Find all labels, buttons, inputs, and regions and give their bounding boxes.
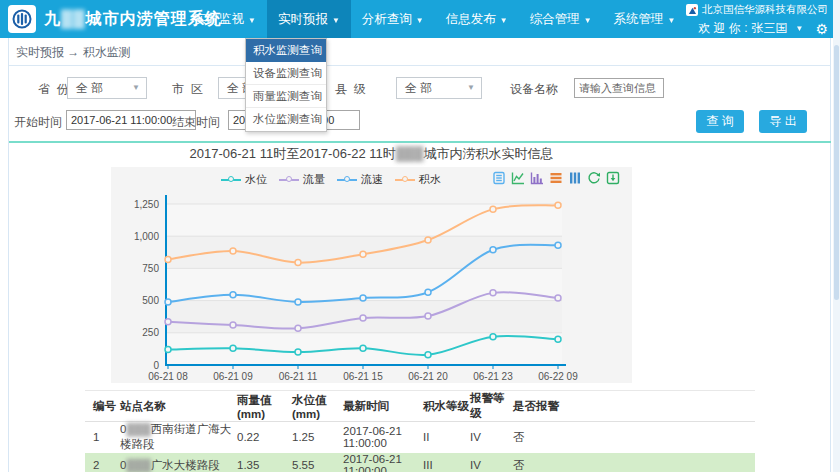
redacted-text: ███ [126, 423, 150, 435]
user-name[interactable]: 张三国 [752, 20, 788, 37]
top-nav-bar: 九██城市内涝管理系统 实时监视▼实时预报▼分析查询▼信息发布▼综合管理▼系统管… [0, 0, 840, 38]
chevron-down-icon: ▼ [132, 78, 140, 98]
table-header-row: 编号站点名称雨量值(mm)水位值(mm)最新时间积水等级报警等级是否报警 [85, 391, 755, 422]
nav-item-实时监视[interactable]: 实时监视▼ [183, 0, 267, 38]
legend-item-流量[interactable]: 流量 [279, 172, 325, 187]
bar-chart-icon[interactable] [530, 171, 544, 189]
column-header: 是否报警 [513, 391, 755, 422]
nav-item-实时预报[interactable]: 实时预报▼ [267, 0, 351, 38]
svg-text:1,250: 1,250 [134, 199, 159, 210]
svg-text:500: 500 [142, 295, 159, 306]
cell-alarm-level: IV [470, 422, 513, 453]
company-name: 北京国信华源科技有限公司 [686, 3, 828, 17]
app-logo-icon [8, 5, 36, 33]
cell-is-alarm: 否 [513, 453, 755, 472]
cell-water-value: 5.55 [292, 453, 343, 472]
stations-table: 编号站点名称雨量值(mm)水位值(mm)最新时间积水等级报警等级是否报警 10█… [85, 390, 755, 472]
menu-item-雨量监测查询[interactable]: 雨量监测查询 [246, 85, 326, 108]
company-logo-icon [686, 4, 698, 16]
svg-text:06-21 11: 06-21 11 [279, 371, 318, 382]
column-header: 积水等级 [423, 391, 470, 422]
chart-toolbar [492, 171, 620, 189]
cell-station-name: 0███广水大楼路段 [120, 453, 237, 472]
svg-text:06-21 09: 06-21 09 [213, 371, 253, 382]
chart-title: 2017-06-21 11时至2017-06-22 11时███城市内涝积水实时… [111, 145, 632, 163]
breadcrumb: 实时预报 → 积水监测 [16, 44, 131, 61]
svg-text:06-21 08: 06-21 08 [148, 371, 188, 382]
breadcrumb-divider [9, 65, 831, 66]
legend-marker [221, 179, 241, 181]
chevron-down-icon[interactable]: ▼ [796, 24, 804, 33]
chart-legend: 水位流量流速积水 [111, 172, 551, 187]
section-divider [9, 141, 831, 143]
cell-latest-time: 2017-06-21 11:00:00 [343, 453, 423, 472]
menu-item-水位监测查询[interactable]: 水位监测查询 [246, 108, 326, 131]
legend-marker [279, 179, 299, 181]
column-header: 最新时间 [343, 391, 423, 422]
column-header: 站点名称 [120, 391, 237, 422]
svg-text:06-22 09: 06-22 09 [538, 371, 578, 382]
svg-text:250: 250 [142, 327, 159, 338]
welcome-user: 欢 迎 你 : 张三国 ▼ ⚙ [686, 20, 828, 37]
legend-item-流速[interactable]: 流速 [337, 172, 383, 187]
menu-item-设备监测查询[interactable]: 设备监测查询 [246, 62, 326, 85]
svg-text:1,000: 1,000 [134, 231, 159, 242]
legend-item-水位[interactable]: 水位 [221, 172, 267, 187]
start-time-label: 开始时间 [14, 114, 62, 131]
province-label: 省 份 [38, 81, 69, 98]
column-header: 水位值(mm) [292, 391, 343, 422]
cell-water-value: 1.25 [292, 422, 343, 453]
data-view-icon[interactable] [492, 171, 506, 189]
chevron-down-icon: ▼ [332, 16, 340, 25]
column-header: 编号 [85, 391, 120, 422]
svg-text:06-21 20: 06-21 20 [408, 371, 448, 382]
column-header: 报警等级 [470, 391, 513, 422]
redacted-text: ███ [126, 459, 150, 471]
header-right: 北京国信华源科技有限公司 欢 迎 你 : 张三国 ▼ ⚙ [686, 0, 828, 37]
column-header: 雨量值(mm) [237, 391, 292, 422]
nav-item-系统管理[interactable]: 系统管理▼ [603, 0, 687, 38]
scrollbar-thumb[interactable] [834, 45, 839, 300]
table-row: 10███西南街道广海大楼路段0.221.252017-06-21 11:00:… [85, 422, 755, 453]
cell-latest-time: 2017-06-21 11:00:00 [343, 422, 423, 453]
cell-station-name: 0███西南街道广海大楼路段 [120, 422, 237, 453]
svg-text:06-21 23: 06-21 23 [473, 371, 513, 382]
province-select[interactable]: 全 部▼ [67, 77, 147, 99]
legend-item-积水[interactable]: 积水 [395, 172, 441, 187]
cell-rain-value: 1.35 [237, 453, 292, 472]
chevron-down-icon: ▼ [668, 16, 676, 25]
nav-item-分析查询[interactable]: 分析查询▼ [351, 0, 435, 38]
device-name-label: 设备名称 [510, 81, 558, 98]
cell-rain-value: 0.22 [237, 422, 292, 453]
svg-text:0: 0 [153, 360, 159, 371]
stack-icon[interactable] [549, 171, 563, 189]
cell-id: 1 [85, 422, 120, 453]
save-image-icon[interactable] [606, 171, 620, 189]
nav-item-信息发布[interactable]: 信息发布▼ [435, 0, 519, 38]
cell-alarm-level: IV [470, 453, 513, 472]
county-label: 县 级 [335, 81, 366, 98]
scrollbar-track[interactable] [833, 0, 840, 472]
settings-gear-icon[interactable]: ⚙ [815, 21, 828, 37]
cell-flood-level: III [423, 453, 470, 472]
chevron-down-icon: ▼ [500, 16, 508, 25]
query-button[interactable]: 查 询 [696, 110, 744, 133]
redacted-city-name: ██ [61, 10, 86, 27]
table-row: 20███广水大楼路段1.355.552017-06-21 11:00:00II… [85, 453, 755, 472]
menu-item-积水监测查询[interactable]: 积水监测查询 [246, 39, 326, 62]
forecast-dropdown-menu: 积水监测查询设备监测查询雨量监测查询水位监测查询 [245, 38, 327, 132]
chevron-down-icon: ▼ [584, 16, 592, 25]
export-button[interactable]: 导 出 [759, 110, 807, 133]
chart: 水位流量流速积水 02505007501,0001,25006-21 0806-… [111, 167, 632, 383]
device-name-input[interactable] [574, 78, 664, 98]
tiled-icon[interactable] [568, 171, 582, 189]
content-border-right [830, 38, 831, 472]
svg-text:750: 750 [142, 263, 159, 274]
main-nav: 实时监视▼实时预报▼分析查询▼信息发布▼综合管理▼系统管理▼ [183, 0, 687, 38]
restore-icon[interactable] [587, 171, 601, 189]
redacted-city-name: ███ [396, 146, 424, 161]
nav-item-综合管理[interactable]: 综合管理▼ [519, 0, 603, 38]
county-select[interactable]: 全 部▼ [396, 77, 482, 99]
line-chart-icon[interactable] [511, 171, 525, 189]
cell-is-alarm: 否 [513, 422, 755, 453]
